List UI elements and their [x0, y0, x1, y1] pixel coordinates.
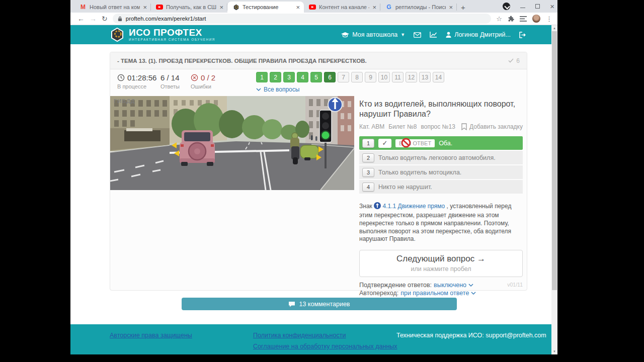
error-circle-icon	[191, 74, 198, 81]
confirm-setting-value[interactable]: выключено	[434, 282, 473, 289]
address-bar[interactable]: profteh.com/exam/perekr1/start	[113, 14, 492, 24]
comments-label: 13 комментариев	[299, 301, 350, 308]
youtube-icon	[156, 4, 163, 11]
question-number-button[interactable]: 6	[324, 72, 336, 82]
check-icon	[508, 58, 514, 63]
tab-title: Новый ответ на коммент	[90, 4, 140, 10]
new-tab-button[interactable]: +	[461, 3, 465, 13]
tab-google-search[interactable]: G рептилоиды - Поиск в G ×	[380, 2, 457, 13]
tab-close-icon[interactable]: ×	[143, 4, 147, 11]
nav-messages[interactable]	[414, 32, 421, 38]
next-question-label: Следующий вопрос →	[360, 254, 522, 264]
extensions-icon[interactable]	[508, 16, 514, 22]
black-bar-bottom	[0, 354, 644, 362]
tab-close-icon[interactable]: ×	[296, 4, 300, 11]
answers-label: Ответы	[160, 83, 180, 89]
add-bookmark-link[interactable]: Добавить закладку	[461, 123, 523, 130]
tab-youtube-1[interactable]: Получать, как в США, тра ×	[151, 2, 227, 13]
all-questions-link[interactable]: Все вопросы	[256, 86, 299, 93]
bookmark-star-icon[interactable]: ☆	[496, 15, 502, 23]
tab-strip: M Новый ответ на коммент × Получать, как…	[70, 0, 557, 13]
scroll-up-icon[interactable]: ▲	[552, 27, 556, 30]
chevron-down-icon	[256, 88, 261, 92]
exam-card: - ТЕМА 13. (1). ПРОЕЗД ПЕРЕКРЕСТКОВ. ОБЩ…	[110, 52, 527, 291]
page-scrollbar[interactable]: ▲ ▼	[551, 25, 557, 354]
black-bar-right	[557, 0, 644, 362]
question-number-button[interactable]: 2	[270, 72, 281, 82]
mouse-cursor-blocked	[400, 137, 412, 148]
nav-my-school[interactable]: Моя автошкола ▼	[341, 31, 405, 38]
site-logo[interactable]: ИСО ПРОФТЕХ ИНТЕРАКТИВНАЯ СИСТЕМА ОБУЧЕН…	[110, 27, 215, 42]
browser-window: M Новый ответ на коммент × Получать, как…	[70, 0, 557, 354]
answer-row-3[interactable]: 3 Только водитель мотоцикла.	[359, 165, 523, 179]
timer-value: 01:28:56	[127, 73, 156, 82]
question-number-button[interactable]: 5	[310, 72, 322, 82]
envelope-icon	[414, 32, 421, 38]
question-number-button[interactable]: 7	[338, 72, 349, 82]
graduation-cap-icon	[341, 32, 349, 38]
answer-row-2[interactable]: 2 Только водитель легкового автомобиля.	[359, 151, 523, 164]
question-number-button[interactable]: 1	[256, 72, 268, 82]
question-number-button[interactable]: 14	[433, 72, 444, 82]
errors-stat: 0 / 2 Ошибки	[191, 73, 215, 89]
scrollbar-thumb[interactable]	[552, 31, 557, 290]
site-footer: Авторские права защищены Политика конфид…	[70, 324, 551, 354]
auto-setting-value[interactable]: при правильном ответе	[400, 290, 476, 297]
question-number-button[interactable]: 8	[351, 72, 363, 82]
question-number-button[interactable]: 4	[297, 72, 308, 82]
forward-icon[interactable]: →	[90, 15, 97, 23]
question-number-button[interactable]: 11	[392, 72, 404, 82]
tab-testing-active[interactable]: Тестирование ×	[227, 2, 304, 13]
question-panel: Кто из водителей, выполняющих поворот, н…	[359, 96, 523, 297]
question-number-button[interactable]: 12	[406, 72, 417, 82]
privacy-link[interactable]: Политика конфиденциальности	[253, 332, 346, 339]
nav-user[interactable]: Логинов Дмитрий...	[446, 31, 511, 38]
close-button[interactable]: ×	[550, 3, 554, 10]
reload-icon[interactable]: ↻	[102, 15, 108, 23]
tab-youtube-2[interactable]: Контент на канале - YouT ×	[304, 2, 380, 13]
tab-close-icon[interactable]: ×	[372, 4, 376, 11]
question-number-button[interactable]: 10	[378, 72, 390, 82]
exam-settings: v01/11 Подтверждение ответов: выключено …	[359, 282, 523, 297]
browser-toolbar: ← → ↻ profteh.com/exam/perekr1/start ☆ ⋮	[70, 13, 557, 25]
support-email: support@profteh.com	[486, 332, 546, 339]
answer-text: Только водитель мотоцикла.	[378, 169, 461, 176]
black-bar-left	[0, 0, 70, 362]
profile-avatar[interactable]	[532, 15, 540, 23]
menu-dots-icon[interactable]: ⋮	[546, 15, 552, 23]
chart-icon	[430, 32, 437, 38]
scroll-down-icon[interactable]: ▼	[552, 350, 556, 353]
bookmark-icon	[461, 123, 467, 130]
question-number-button[interactable]: 3	[283, 72, 295, 82]
explanation-text: Знак 4.1.1 Движение прямо , установленны…	[359, 202, 523, 243]
copyright-link[interactable]: Авторские права защищены	[110, 332, 192, 339]
version-label: v01/11	[507, 282, 523, 288]
restore-button[interactable]	[535, 4, 540, 9]
next-question-button[interactable]: Следующий вопрос → или нажмите пробел	[359, 250, 523, 277]
reading-list-icon[interactable]	[520, 16, 527, 22]
stats-row: 01:28:56 В процессе 6 / 14 Ответы 0 / 2	[110, 69, 528, 96]
answer-row-4[interactable]: 4 Никто не нарушит.	[359, 180, 523, 194]
back-icon[interactable]: ←	[77, 15, 85, 23]
tab-close-icon[interactable]: ×	[449, 4, 453, 11]
question-number-button[interactable]: 13	[419, 72, 431, 82]
tab-title: Получать, как в США, тра	[166, 4, 216, 10]
url-text: profteh.com/exam/perekr1/start	[126, 16, 206, 22]
nav-logout[interactable]	[519, 32, 526, 38]
sign-link[interactable]: 4.1.1 Движение прямо	[383, 203, 445, 210]
answer-row-1-correct[interactable]: 1 ✓ ВАШ ОТВЕТ Оба.	[359, 136, 523, 150]
question-meta: Кат. АВМ Билет №8 вопрос №13 Добавить за…	[359, 123, 523, 130]
explanation-prefix: Знак	[359, 203, 372, 210]
nav-statistics[interactable]	[430, 32, 437, 38]
clock-icon	[117, 74, 125, 81]
minimize-button[interactable]	[520, 8, 525, 8]
question-number-button[interactable]: 9	[365, 72, 376, 82]
correct-check-icon: ✓	[378, 139, 391, 148]
tab-close-icon[interactable]: ×	[219, 4, 223, 11]
tab-gmail[interactable]: M Новый ответ на коммент ×	[74, 2, 151, 13]
media-badge-icon[interactable]	[503, 3, 510, 10]
topic-progress: 6	[508, 57, 520, 64]
comments-button[interactable]: 13 комментариев	[182, 298, 457, 310]
scene-watermark: ГИБДД	[114, 98, 135, 104]
agreement-link[interactable]: Соглашение на обработку персональных дан…	[253, 343, 397, 350]
